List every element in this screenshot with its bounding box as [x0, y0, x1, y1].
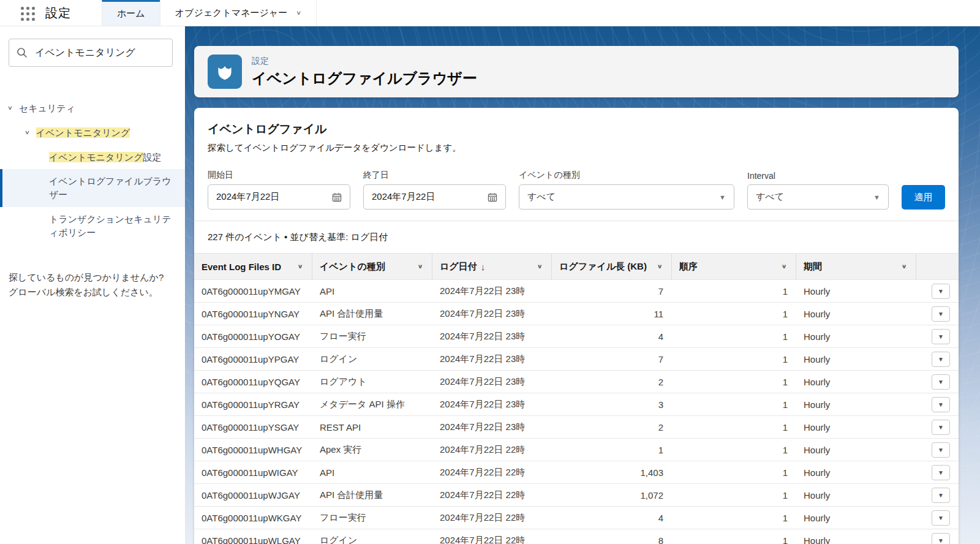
- interval-label: Interval: [747, 171, 889, 181]
- column-header-label: ログファイル長 (KB): [559, 261, 647, 273]
- interval-select[interactable]: すべて ▼: [747, 184, 889, 210]
- chevron-down-icon[interactable]: ∨: [778, 261, 790, 272]
- table-row: 0AT6g000011upYMGAYAPI2024年7月22日 23時71Hou…: [194, 280, 959, 303]
- row-actions-button[interactable]: ▼: [932, 465, 950, 480]
- cell-log-file-id: 0AT6g000011upYPGAY: [194, 348, 312, 370]
- cell-event-type: メタデータ API 操作: [312, 393, 432, 415]
- chevron-down-icon[interactable]: ∨: [534, 261, 545, 272]
- cell-event-type: ログイン: [312, 348, 432, 370]
- cell-actions: ▼: [916, 393, 959, 415]
- row-actions-button[interactable]: ▼: [932, 329, 950, 344]
- row-actions-button[interactable]: ▼: [932, 352, 950, 367]
- column-header-label: Event Log Files ID: [202, 262, 281, 272]
- sidebar-item[interactable]: イベントモニタリング設定: [0, 145, 185, 170]
- chevron-down-icon[interactable]: ∨: [654, 261, 665, 272]
- cell-log-date: 2024年7月22日 23時: [432, 303, 552, 325]
- cell-log-file-id: 0AT6g000011upYOGAY: [194, 325, 312, 347]
- cell-sequence: 1: [672, 325, 796, 347]
- chevron-down-icon: ∨: [7, 104, 13, 112]
- page-title: イベントログファイルブラウザー: [252, 69, 477, 88]
- filter-bar: 開始日 2024年7月22日: [208, 170, 945, 210]
- cell-interval: Hourly: [796, 371, 916, 393]
- cell-event-type: API: [312, 280, 432, 302]
- row-actions-button[interactable]: ▼: [932, 442, 950, 458]
- event-type-field: イベントの種別 すべて ▼: [519, 170, 734, 210]
- cell-interval: Hourly: [796, 280, 916, 302]
- column-header[interactable]: 期間∨: [796, 254, 916, 279]
- table-row: 0AT6g000011upWJGAYAPI 合計使用量2024年7月22日 22…: [194, 484, 959, 507]
- cell-sequence: 1: [672, 280, 796, 302]
- cell-actions: ▼: [916, 461, 959, 483]
- result-count-status: 227 件のイベント • 並び替え基準: ログ日付: [194, 221, 959, 253]
- cell-log-date: 2024年7月22日 22時: [432, 461, 552, 483]
- start-date-input[interactable]: 2024年7月22日: [208, 184, 350, 210]
- cell-log-file-id: 0AT6g000011upYRGAY: [194, 393, 312, 415]
- cell-interval: Hourly: [796, 348, 916, 370]
- column-header[interactable]: ログファイル長 (KB)∨: [552, 254, 672, 279]
- row-actions-button[interactable]: ▼: [932, 533, 950, 544]
- event-type-label: イベントの種別: [519, 170, 734, 181]
- cell-actions: ▼: [916, 371, 959, 393]
- row-actions-button[interactable]: ▼: [932, 488, 950, 503]
- row-actions-button[interactable]: ▼: [932, 284, 950, 299]
- event-type-select[interactable]: すべて ▼: [519, 184, 734, 210]
- cell-interval: Hourly: [796, 325, 916, 347]
- cell-sequence: 1: [672, 393, 796, 415]
- cell-log-file-id: 0AT6g000011upWJGAY: [194, 484, 312, 506]
- row-actions-button[interactable]: ▼: [932, 306, 950, 322]
- row-actions-button[interactable]: ▼: [932, 510, 950, 526]
- cell-interval: Hourly: [796, 303, 916, 325]
- setup-sidebar: イベントモニタリング ∨セキュリティ∨イベントモニタリングイベントモニタリング設…: [0, 26, 185, 544]
- label-text: トランザクションセキュリティポリシー: [49, 214, 172, 238]
- cell-log-date: 2024年7月22日 23時: [432, 325, 552, 347]
- panel-title: イベントログファイル: [208, 121, 945, 137]
- cell-log-date: 2024年7月22日 23時: [432, 416, 552, 438]
- cell-log-date: 2024年7月22日 22時: [432, 507, 552, 529]
- cell-log-file-length: 3: [552, 393, 672, 415]
- page-header: 設定 イベントログファイルブラウザー: [194, 46, 959, 97]
- cell-sequence: 1: [672, 529, 796, 544]
- table-header-row: Event Log Files ID∨イベントの種別∨ログ日付↓∨ログファイル長…: [194, 253, 959, 280]
- table-row: 0AT6g000011upWIGAYAPI2024年7月22日 22時1,403…: [194, 461, 959, 484]
- chevron-down-icon[interactable]: ∨: [899, 261, 910, 272]
- chevron-down-icon: ∨: [24, 129, 30, 137]
- tab-label: ホーム: [117, 8, 145, 20]
- column-header[interactable]: ログ日付↓∨: [432, 254, 552, 279]
- end-date-input[interactable]: 2024年7月22日: [363, 184, 506, 210]
- row-actions-button[interactable]: ▼: [932, 397, 950, 412]
- page-header-eyebrow: 設定: [252, 56, 477, 67]
- apply-button[interactable]: 適用: [902, 185, 945, 210]
- cell-sequence: 1: [672, 461, 796, 483]
- search-icon: [17, 47, 28, 58]
- cell-interval: Hourly: [796, 439, 916, 461]
- cell-log-file-id: 0AT6g000011upWKGAY: [194, 507, 312, 529]
- cell-log-file-length: 4: [552, 507, 672, 529]
- cell-interval: Hourly: [796, 416, 916, 438]
- column-header-label: 期間: [804, 261, 822, 273]
- column-header[interactable]: イベントの種別∨: [312, 254, 432, 279]
- app-launcher-icon[interactable]: [18, 4, 37, 23]
- cell-log-file-length: 2: [552, 371, 672, 393]
- cell-log-date: 2024年7月22日 23時: [432, 280, 552, 302]
- row-actions-button[interactable]: ▼: [932, 420, 950, 435]
- column-header[interactable]: 順序∨: [672, 254, 796, 279]
- row-actions-button[interactable]: ▼: [932, 374, 950, 390]
- sidebar-item[interactable]: イベントログファイルブラウザー: [0, 169, 185, 207]
- sidebar-footer-line1: 探しているものが見つかりませんか?: [9, 270, 173, 284]
- shield-icon: [208, 55, 242, 89]
- column-header[interactable]: Event Log Files ID∨: [194, 254, 312, 279]
- tab-home[interactable]: ホーム: [102, 0, 160, 26]
- sidebar-item[interactable]: ∨イベントモニタリング: [0, 121, 185, 145]
- sidebar-item[interactable]: ∨セキュリティ: [0, 96, 185, 121]
- quick-find-search-input[interactable]: イベントモニタリング: [9, 39, 173, 67]
- start-date-field: 開始日 2024年7月22日: [208, 170, 350, 210]
- tab-object-manager[interactable]: オブジェクトマネージャー∨: [160, 0, 317, 26]
- sidebar-item[interactable]: トランザクションセキュリティポリシー: [0, 207, 185, 245]
- column-header-label: 順序: [679, 261, 698, 273]
- table-row: 0AT6g000011upYPGAYログイン2024年7月22日 23時71Ho…: [194, 348, 959, 371]
- cell-actions: ▼: [916, 507, 959, 529]
- chevron-down-icon[interactable]: ∨: [295, 261, 306, 272]
- chevron-down-icon[interactable]: ∨: [415, 261, 426, 272]
- sidebar-item-label: セキュリティ: [19, 102, 75, 115]
- label-text: イベントログファイルブラウザー: [49, 176, 172, 200]
